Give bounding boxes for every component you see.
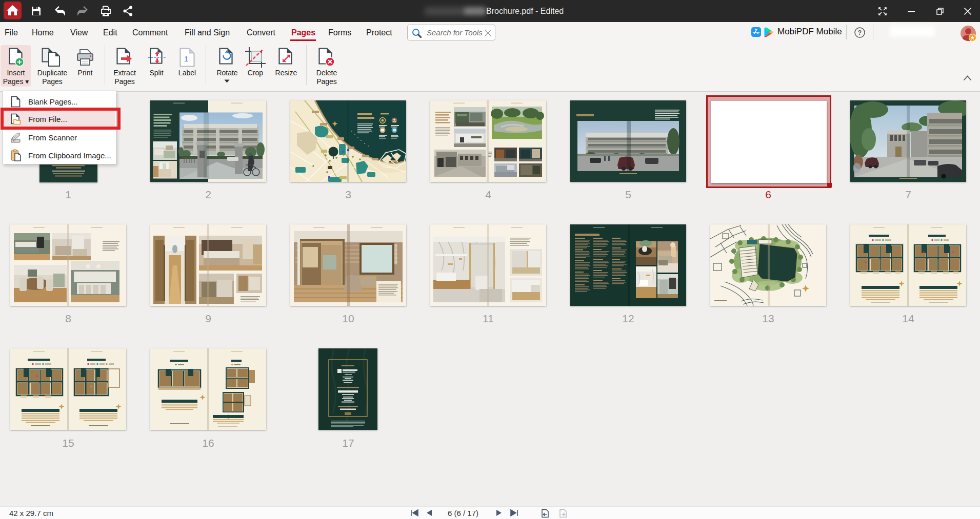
svg-text:1: 1 [184,54,188,63]
svg-text:?: ? [858,29,862,36]
